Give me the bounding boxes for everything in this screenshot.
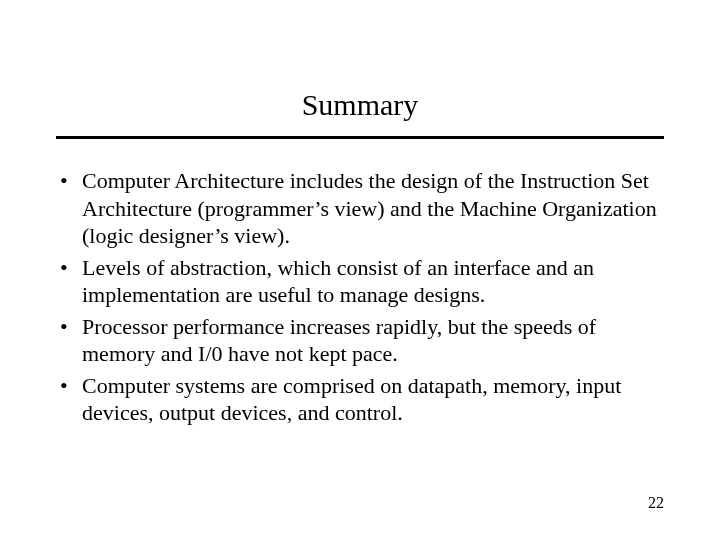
page-number: 22 <box>648 494 664 512</box>
title-divider <box>56 136 664 139</box>
bullet-list: Computer Architecture includes the desig… <box>56 167 664 427</box>
bullet-item: Computer Architecture includes the desig… <box>56 167 664 250</box>
slide-title: Summary <box>56 88 664 122</box>
bullet-item: Processor performance increases rapidly,… <box>56 313 664 368</box>
bullet-item: Computer systems are comprised on datapa… <box>56 372 664 427</box>
bullet-item: Levels of abstraction, which consist of … <box>56 254 664 309</box>
slide: Summary Computer Architecture includes t… <box>0 0 720 540</box>
